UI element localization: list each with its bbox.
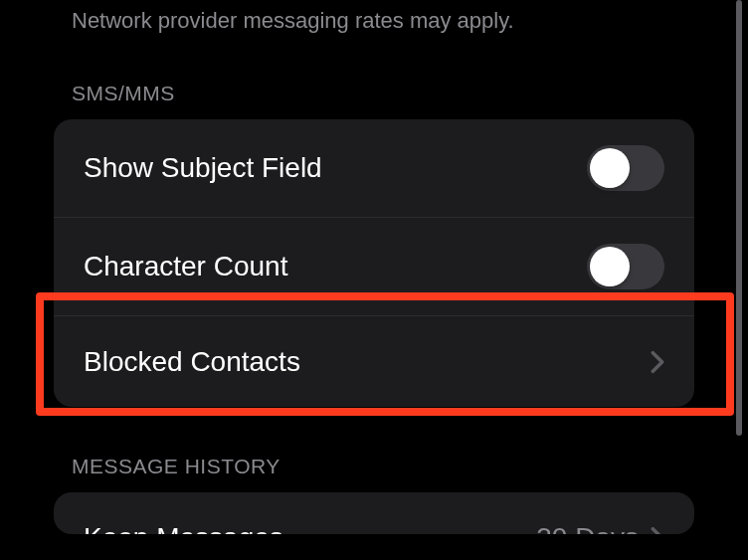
message-history-group: Keep Messages 30 Days xyxy=(54,492,694,534)
row-character-count[interactable]: Character Count xyxy=(54,217,694,315)
chevron-right-icon xyxy=(651,350,664,374)
row-value-keep-messages: 30 Days xyxy=(536,522,639,534)
toggle-character-count[interactable] xyxy=(587,244,664,289)
row-label-blocked-contacts: Blocked Contacts xyxy=(84,346,300,378)
scrollbar[interactable] xyxy=(736,0,742,436)
row-label-character-count: Character Count xyxy=(84,251,287,282)
section-header-message-history: MESSAGE HISTORY xyxy=(30,407,718,492)
chevron-right-icon xyxy=(651,526,664,534)
toggle-knob xyxy=(590,148,630,188)
row-keep-messages[interactable]: Keep Messages 30 Days xyxy=(54,492,694,534)
row-label-show-subject: Show Subject Field xyxy=(84,152,322,184)
row-blocked-contacts[interactable]: Blocked Contacts xyxy=(54,315,694,407)
row-show-subject-field[interactable]: Show Subject Field xyxy=(54,119,694,217)
section-header-smsmms: SMS/MMS xyxy=(30,34,718,119)
network-rates-note: Network provider messaging rates may app… xyxy=(30,0,718,34)
toggle-knob xyxy=(590,247,630,286)
row-label-keep-messages: Keep Messages xyxy=(84,522,283,534)
smsmms-group: Show Subject Field Character Count Block… xyxy=(54,119,694,407)
toggle-show-subject-field[interactable] xyxy=(587,145,664,191)
